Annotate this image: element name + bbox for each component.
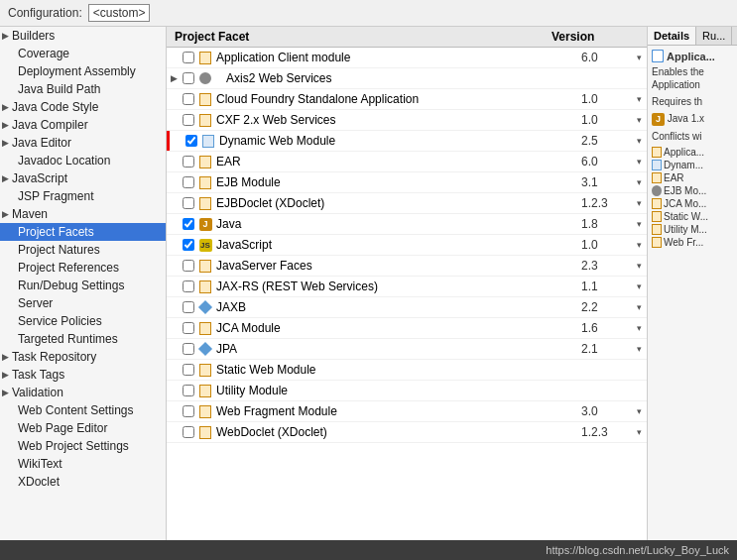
facet-dropdown-javaserver-faces[interactable]: ▾: [631, 261, 647, 271]
facet-dropdown-cloud-foundry[interactable]: ▾: [631, 94, 647, 104]
facet-dropdown-jpa[interactable]: ▾: [631, 344, 647, 354]
sidebar-item-project-natures[interactable]: Project Natures: [0, 241, 166, 259]
facet-row-ear[interactable]: EAR6.0▾: [167, 152, 647, 172]
facet-checkbox-javaserver-faces[interactable]: [183, 260, 194, 272]
facet-dropdown-java[interactable]: ▾: [631, 219, 647, 229]
facet-checkbox-jax-rs[interactable]: [183, 280, 194, 292]
facet-dropdown-jax-rs[interactable]: ▾: [631, 281, 647, 291]
sidebar-item-wikitext[interactable]: WikiText: [0, 455, 166, 473]
facet-row-ejb-module[interactable]: EJB Module3.1▾: [167, 172, 647, 193]
config-label: Configuration:: [8, 6, 82, 20]
facet-name-ejbdoclet: EJBDoclet (XDoclet): [214, 196, 581, 210]
arrow-icon-java-code-style: ▶: [2, 102, 12, 112]
sidebar-label-deployment-assembly: Deployment Assembly: [18, 64, 136, 78]
facet-version-ejbdoclet: 1.2.3: [581, 196, 631, 210]
sidebar-item-coverage[interactable]: Coverage: [0, 45, 166, 62]
facet-dropdown-jaxb[interactable]: ▾: [631, 302, 647, 312]
facet-dropdown-ejbdoclet[interactable]: ▾: [631, 198, 647, 208]
sidebar-item-java-code-style[interactable]: ▶Java Code Style: [0, 98, 166, 116]
facet-checkbox-jaxb[interactable]: [183, 301, 194, 313]
col-name-header: Project Facet: [167, 30, 548, 44]
facet-dropdown-jca-module[interactable]: ▾: [631, 323, 647, 333]
facet-checkbox-jca-module[interactable]: [183, 322, 194, 334]
facet-row-wrap-jaxb: JAXB2.2▾: [167, 297, 647, 318]
facet-row-static-web[interactable]: Static Web Module: [167, 360, 647, 381]
ejb-module-icon: [199, 176, 211, 189]
facet-row-web-fragment[interactable]: Web Fragment Module3.0▾: [167, 401, 647, 422]
facet-checkbox-app-client[interactable]: [183, 52, 194, 63]
facet-name-cxf: CXF 2.x Web Services: [214, 113, 581, 127]
facet-row-webdoclet[interactable]: WebDoclet (XDoclet)1.2.3▾: [167, 422, 647, 443]
sidebar-item-java-compiler[interactable]: ▶Java Compiler: [0, 116, 166, 134]
sidebar-item-task-repository[interactable]: ▶Task Repository: [0, 348, 166, 366]
facet-row-cxf[interactable]: CXF 2.x Web Services1.0▾: [167, 110, 647, 131]
facet-checkbox-web-fragment[interactable]: [183, 405, 194, 417]
sidebar-item-javadoc-location[interactable]: Javadoc Location: [0, 152, 166, 169]
sidebar-item-java-build-path[interactable]: Java Build Path: [0, 80, 166, 98]
facet-checkbox-ejb-module[interactable]: [183, 176, 194, 188]
facet-dropdown-app-client[interactable]: ▾: [631, 53, 647, 62]
facet-name-jax-rs: JAX-RS (REST Web Services): [214, 280, 581, 293]
facet-row-axis2[interactable]: ▶Axis2 Web Services: [167, 68, 647, 89]
expand-arrow-axis2[interactable]: ▶: [167, 73, 181, 83]
sidebar-item-web-page-editor[interactable]: Web Page Editor: [0, 419, 166, 437]
facet-row-javaserver-faces[interactable]: JavaServer Faces2.3▾: [167, 256, 647, 277]
facet-dropdown-cxf[interactable]: ▾: [631, 115, 647, 125]
facet-dropdown-web-fragment[interactable]: ▾: [631, 406, 647, 416]
facet-icon-cell-jca-module: [196, 320, 214, 336]
right-panel-tabs: Details Ru...: [648, 27, 737, 46]
facet-checkbox-ear[interactable]: [183, 156, 194, 168]
sidebar-item-service-policies[interactable]: Service Policies: [0, 312, 166, 330]
sidebar-item-project-facets[interactable]: Project Facets: [0, 223, 166, 241]
facet-dropdown-dynamic-web[interactable]: ▾: [631, 136, 647, 146]
sidebar-item-javascript[interactable]: ▶JavaScript: [0, 169, 166, 187]
facet-row-jca-module[interactable]: JCA Module1.6▾: [167, 318, 647, 339]
facet-checkbox-static-web[interactable]: [183, 364, 194, 376]
facet-checkbox-java[interactable]: [183, 218, 194, 230]
facet-checkbox-ejbdoclet[interactable]: [183, 197, 194, 209]
sidebar-item-task-tags[interactable]: ▶Task Tags: [0, 366, 166, 384]
tab-details[interactable]: Details: [648, 27, 696, 45]
facet-row-dynamic-web[interactable]: Dynamic Web Module2.5▾: [167, 131, 647, 152]
facet-checkbox-cloud-foundry[interactable]: [183, 93, 194, 105]
facet-dropdown-ejb-module[interactable]: ▾: [631, 177, 647, 187]
facet-row-java[interactable]: JJava1.8▾: [167, 214, 647, 235]
ejbdoclet-icon: [199, 197, 211, 210]
facet-checkbox-jpa[interactable]: [183, 343, 194, 355]
facet-row-jpa[interactable]: JPA2.1▾: [167, 339, 647, 360]
facet-checkbox-cxf[interactable]: [183, 114, 194, 126]
facet-row-jaxb[interactable]: JAXB2.2▾: [167, 297, 647, 318]
facet-row-ejbdoclet[interactable]: EJBDoclet (XDoclet)1.2.3▾: [167, 193, 647, 214]
facet-row-cloud-foundry[interactable]: Cloud Foundry Standalone Application1.0▾: [167, 89, 647, 110]
sidebar-item-validation[interactable]: ▶Validation: [0, 384, 166, 401]
center-panel: Project Facet Version Application Client…: [167, 27, 648, 540]
sidebar-item-run-debug-settings[interactable]: Run/Debug Settings: [0, 277, 166, 294]
sidebar-item-project-references[interactable]: Project References: [0, 259, 166, 277]
sidebar-item-web-project-settings[interactable]: Web Project Settings: [0, 437, 166, 455]
facet-checkbox-axis2[interactable]: [183, 72, 194, 84]
facet-dropdown-javascript[interactable]: ▾: [631, 240, 647, 250]
facet-checkbox-javascript[interactable]: [183, 239, 194, 251]
facet-row-utility[interactable]: Utility Module: [167, 381, 647, 401]
facet-row-javascript[interactable]: JSJavaScript1.0▾: [167, 235, 647, 256]
sidebar-item-web-content-settings[interactable]: Web Content Settings: [0, 401, 166, 419]
facet-row-app-client[interactable]: Application Client module6.0▾: [167, 48, 647, 68]
sidebar-item-builders[interactable]: ▶Builders: [0, 27, 166, 45]
sidebar-item-jsp-fragment[interactable]: JSP Fragment: [0, 187, 166, 205]
tab-runtime[interactable]: Ru...: [696, 27, 732, 45]
facet-checkbox-webdoclet[interactable]: [183, 426, 194, 438]
facet-dropdown-ear[interactable]: ▾: [631, 157, 647, 167]
red-indicator-dynamic-web: [167, 131, 170, 151]
facet-dropdown-webdoclet[interactable]: ▾: [631, 427, 647, 437]
sidebar-item-targeted-runtimes[interactable]: Targeted Runtimes: [0, 330, 166, 348]
sidebar-item-java-editor[interactable]: ▶Java Editor: [0, 134, 166, 152]
facet-version-web-fragment: 3.0: [581, 404, 631, 418]
sidebar-item-deployment-assembly[interactable]: Deployment Assembly: [0, 62, 166, 80]
facet-row-jax-rs[interactable]: JAX-RS (REST Web Services)1.1▾: [167, 277, 647, 297]
facet-check-cell-axis2: [181, 72, 196, 84]
facet-checkbox-utility[interactable]: [183, 385, 194, 396]
sidebar-item-server[interactable]: Server: [0, 294, 166, 312]
sidebar-item-xdoclet[interactable]: XDoclet: [0, 473, 166, 491]
sidebar-item-maven[interactable]: ▶Maven: [0, 205, 166, 223]
facet-checkbox-dynamic-web[interactable]: [185, 135, 197, 147]
